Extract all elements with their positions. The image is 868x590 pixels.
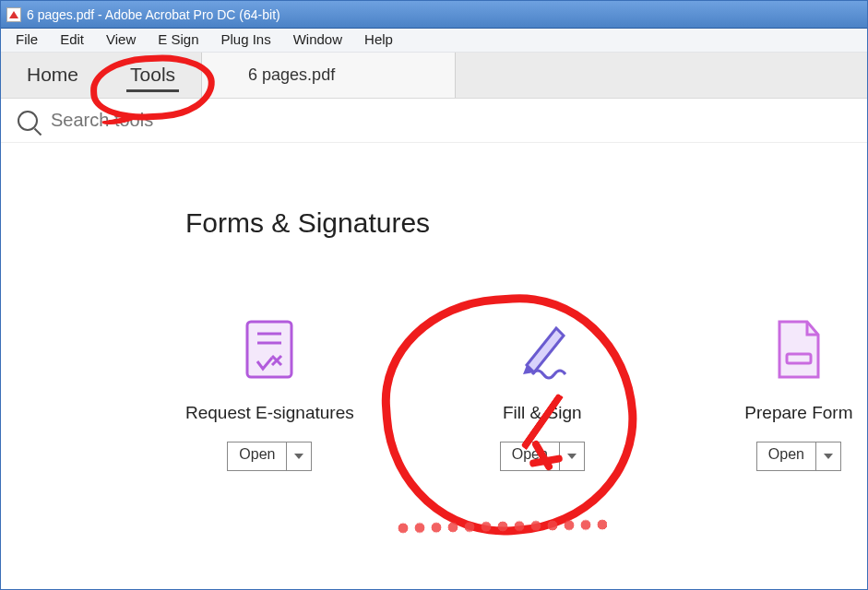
tool-fill-and-sign[interactable]: Fill & Sign Open — [474, 313, 611, 471]
pen-sign-icon — [474, 313, 611, 386]
window-title: 6 pages.pdf - Adobe Acrobat Pro DC (64-b… — [27, 7, 280, 22]
chevron-down-icon — [824, 454, 833, 459]
svg-marker-5 — [527, 328, 564, 372]
menu-plugins[interactable]: Plug Ins — [209, 29, 281, 52]
tool-label: Prepare Form — [731, 403, 867, 423]
open-dropdown[interactable] — [560, 442, 584, 470]
open-split-button[interactable]: Open — [500, 442, 585, 471]
open-button[interactable]: Open — [228, 442, 287, 470]
search-bar — [1, 99, 867, 143]
annotation-dotted-underline — [395, 516, 607, 538]
open-dropdown[interactable] — [287, 442, 311, 470]
tab-tools[interactable]: Tools — [104, 53, 201, 98]
menu-edit[interactable]: Edit — [49, 29, 95, 52]
chevron-down-icon — [567, 454, 577, 459]
menu-esign[interactable]: E Sign — [147, 29, 209, 52]
menu-window[interactable]: Window — [282, 29, 353, 52]
tool-row: Request E-signatures Open Fill & Sign Op… — [185, 313, 867, 471]
tabbar: Home Tools 6 pages.pdf — [1, 53, 867, 99]
tool-label: Fill & Sign — [474, 403, 611, 423]
chevron-down-icon — [294, 454, 303, 459]
tab-home[interactable]: Home — [1, 53, 104, 98]
search-input[interactable] — [49, 109, 326, 132]
document-signature-icon — [185, 313, 354, 386]
tool-label: Request E-signatures — [185, 403, 354, 423]
tool-prepare-form[interactable]: Prepare Form Open — [731, 313, 867, 471]
form-page-icon — [731, 313, 867, 386]
tool-request-esignatures[interactable]: Request E-signatures Open — [185, 313, 354, 471]
open-split-button[interactable]: Open — [227, 442, 312, 471]
open-dropdown[interactable] — [816, 442, 840, 470]
menubar: File Edit View E Sign Plug Ins Window He… — [1, 29, 867, 53]
menu-file[interactable]: File — [5, 29, 49, 52]
svg-rect-0 — [247, 322, 291, 377]
menu-help[interactable]: Help — [353, 29, 404, 52]
pdf-file-icon — [6, 7, 21, 22]
open-button[interactable]: Open — [501, 442, 560, 470]
search-icon — [18, 111, 38, 131]
open-button[interactable]: Open — [757, 442, 816, 470]
tools-content: Forms & Signatures Request E-signatures … — [1, 143, 867, 471]
section-title: Forms & Signatures — [185, 207, 867, 239]
tab-document[interactable]: 6 pages.pdf — [201, 53, 456, 98]
menu-view[interactable]: View — [95, 29, 147, 52]
open-split-button[interactable]: Open — [756, 442, 841, 471]
titlebar: 6 pages.pdf - Adobe Acrobat Pro DC (64-b… — [1, 1, 867, 29]
